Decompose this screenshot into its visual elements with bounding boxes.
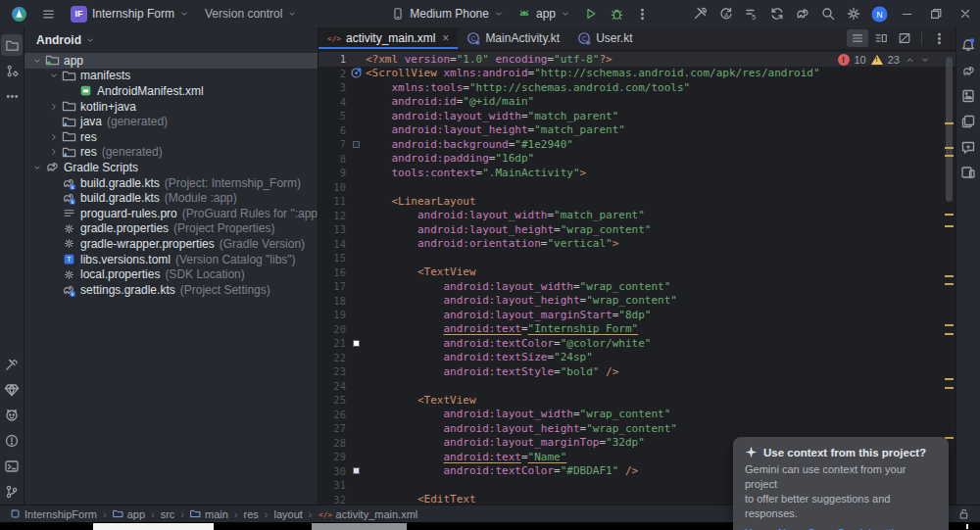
- version-branch-icon[interactable]: [1, 481, 23, 503]
- lock-open-icon[interactable]: [957, 507, 970, 520]
- gemini-chat-icon[interactable]: [957, 136, 979, 158]
- tree-item-build-gradle-kts[interactable]: kbuild.gradle.kts(Project: Internship_Fo…: [24, 175, 318, 191]
- device-selector[interactable]: Medium Phone: [385, 4, 510, 24]
- breadcrumb-item-app[interactable]: app: [113, 508, 145, 520]
- build-hammer-icon[interactable]: [1, 354, 23, 375]
- tree-item-gradle-scripts[interactable]: Gradle Scripts: [24, 160, 318, 175]
- close-tab-icon[interactable]: ×: [442, 31, 449, 45]
- code-line-17[interactable]: 17 android:layout_width="wrap_content": [318, 279, 956, 294]
- warning-stripe-mark[interactable]: [945, 333, 954, 335]
- code-line-8[interactable]: 8 android:padding="16dp": [318, 152, 956, 167]
- chevron-right-icon[interactable]: [47, 132, 61, 142]
- structure-icon[interactable]: [1, 60, 23, 81]
- restore-button[interactable]: [921, 0, 951, 27]
- terminal-icon[interactable]: [1, 456, 23, 477]
- project-selector[interactable]: IF Internship Form: [65, 3, 195, 25]
- tree-item-libs-versions-toml[interactable]: Tlibs.versions.toml(Version Catalog "lib…: [24, 252, 318, 267]
- editor-options-icon[interactable]: [928, 29, 950, 47]
- warning-stripe-mark[interactable]: [945, 155, 954, 157]
- code-line-23[interactable]: 23 android:textStyle="bold" />: [318, 364, 956, 379]
- tab-activity-main-xml[interactable]: </>activity_main.xml×: [318, 27, 458, 49]
- apply-changes-icon[interactable]: A: [713, 3, 739, 24]
- chevron-right-icon[interactable]: [47, 102, 61, 112]
- tree-item-res[interactable]: res: [24, 129, 318, 145]
- code-line-12[interactable]: 12 android:layout_width="match_parent": [318, 209, 956, 223]
- breadcrumb-item-res[interactable]: res: [244, 508, 259, 520]
- breadcrumb-item-main[interactable]: main: [190, 508, 228, 520]
- main-menu-icon[interactable]: [35, 3, 61, 24]
- view-code-icon[interactable]: [847, 29, 868, 47]
- gradle-elephant-icon[interactable]: [957, 60, 979, 81]
- tree-item-gradle-properties[interactable]: gradle.properties(Project Properties): [24, 221, 318, 237]
- tree-item-kotlin-java[interactable]: kotlin+java: [24, 99, 318, 115]
- warning-stripe-mark[interactable]: [945, 147, 954, 149]
- user-avatar[interactable]: N: [866, 3, 892, 24]
- running-devices-icon[interactable]: [957, 162, 979, 183]
- close-button[interactable]: [951, 0, 980, 27]
- minimize-button[interactable]: [892, 0, 921, 27]
- run-icon[interactable]: [578, 3, 604, 24]
- logcat-cat-icon[interactable]: [1, 405, 23, 426]
- problems-icon[interactable]: [1, 430, 23, 452]
- tree-item-proguard-rules-pro[interactable]: proguard-rules.pro(ProGuard Rules for ":…: [24, 206, 318, 221]
- build-icon[interactable]: [688, 3, 713, 24]
- kebab-icon[interactable]: [629, 3, 655, 24]
- inspections-widget[interactable]: ! 10 23: [838, 54, 931, 66]
- warning-stripe-mark[interactable]: [945, 225, 954, 227]
- warning-stripe-mark[interactable]: [945, 387, 954, 389]
- code-line-27[interactable]: 27 android:layout_height="wrap_content": [318, 421, 956, 436]
- code-line-16[interactable]: 16 <TextView: [318, 265, 956, 280]
- tree-item-androidmanifest-xml[interactable]: AndroidManifest.xml: [24, 83, 318, 99]
- code-line-11[interactable]: 11 <LinearLayout: [318, 194, 956, 209]
- code-line-7[interactable]: 7 android:background="#1e2940": [318, 137, 956, 152]
- run-configuration-selector[interactable]: app: [512, 4, 576, 24]
- code-line-25[interactable]: 25 <TextView: [318, 393, 956, 408]
- breadcrumb-item-layout[interactable]: layout: [274, 508, 303, 520]
- tree-item-manifests[interactable]: manifests: [24, 69, 318, 84]
- debug-icon[interactable]: [604, 3, 629, 24]
- editor-scrollbar[interactable]: [942, 49, 956, 505]
- warning-stripe-mark[interactable]: [945, 378, 954, 380]
- gradle-sync-icon[interactable]: [790, 3, 815, 24]
- warning-stripe-mark[interactable]: [945, 324, 954, 326]
- chevron-down-icon[interactable]: [30, 163, 44, 172]
- settings-icon[interactable]: [841, 3, 866, 24]
- more-icon[interactable]: [1, 85, 23, 107]
- chevron-down-icon[interactable]: [47, 71, 61, 80]
- tree-item-build-gradle-kts[interactable]: kbuild.gradle.kts(Module :app): [24, 190, 318, 206]
- code-line-22[interactable]: 22 android:textSize="24sp": [318, 351, 956, 365]
- layout-preview-icon[interactable]: [957, 85, 979, 107]
- tree-item-gradle-wrapper-properties[interactable]: gradle-wrapper.properties(Gradle Version…: [24, 236, 318, 252]
- code-line-14[interactable]: 14 android:orientation="vertical">: [318, 237, 956, 252]
- tree-item-java[interactable]: java(generated): [24, 114, 318, 129]
- search-icon[interactable]: [815, 3, 841, 24]
- warning-stripe-mark[interactable]: [945, 283, 954, 285]
- tab-mainactivity-kt[interactable]: CKMainActivity.kt: [458, 27, 568, 49]
- code-line-13[interactable]: 13 android:layout_height="wrap_content": [318, 222, 956, 237]
- notifications-bell-icon[interactable]: [957, 34, 979, 56]
- scrollbar-thumb[interactable]: [946, 57, 953, 202]
- code-line-5[interactable]: 5 android:layout_width="match_parent": [318, 109, 956, 123]
- project-view-title[interactable]: Android: [36, 33, 81, 47]
- breadcrumb-item-activity-main-xml[interactable]: </>activity_main.xml: [318, 508, 418, 520]
- project-folder-icon[interactable]: [1, 34, 23, 56]
- code-line-15[interactable]: 15: [318, 251, 956, 265]
- code-line-26[interactable]: 26 android:layout_width="wrap_content": [318, 408, 956, 422]
- tree-item-res[interactable]: res(generated): [24, 145, 318, 161]
- code-line-20[interactable]: 20 android:text="Internship Form": [318, 322, 956, 337]
- code-line-3[interactable]: 3 xmlns:tools="http://schemas.android.co…: [318, 80, 956, 95]
- view-split-icon[interactable]: [870, 29, 892, 47]
- code-line-21[interactable]: 21 android:textColor="@color/white": [318, 336, 956, 351]
- warning-stripe-mark[interactable]: [945, 122, 954, 124]
- vcs-widget[interactable]: Version control: [199, 4, 303, 24]
- chevron-down-icon[interactable]: [30, 56, 44, 66]
- tab-user-kt[interactable]: CKUser.kt: [568, 27, 641, 49]
- code-line-9[interactable]: 9 tools:context=".MainActivity">: [318, 166, 956, 180]
- sync-icon[interactable]: [764, 3, 790, 24]
- code-line-18[interactable]: 18 android:layout_height="wrap_content": [318, 294, 956, 309]
- warning-stripe-mark[interactable]: [945, 214, 954, 216]
- prev-problem-icon[interactable]: [905, 55, 915, 66]
- view-design-icon[interactable]: [894, 29, 915, 47]
- tree-item-app[interactable]: app: [24, 53, 318, 69]
- breadcrumb-item-src[interactable]: src: [161, 508, 175, 520]
